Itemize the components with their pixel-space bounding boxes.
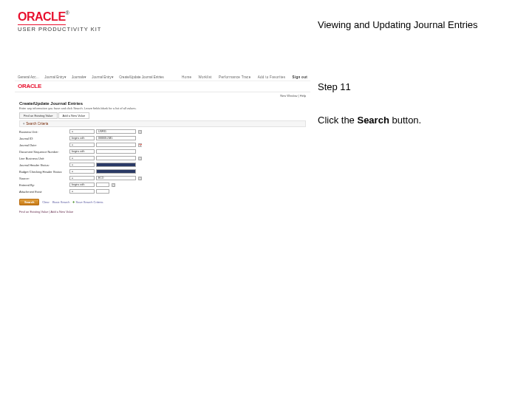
field-row: Budget Checking Header Status:= [19,168,306,174]
op-select[interactable]: = [69,189,95,194]
app-page-title: Create/Update Journal Entries [15,99,310,106]
tab-favorites[interactable]: Add to Favorites [258,75,286,79]
value-select[interactable] [96,163,136,167]
lookup-icon[interactable]: Q [138,157,142,160]
field-row: Journal Header Status:= [19,162,306,168]
value-input[interactable]: ECO [96,176,136,180]
op-select[interactable]: = [69,176,95,180]
op-select[interactable]: = [69,163,95,167]
lookup-icon[interactable]: Q [138,177,142,180]
op-select[interactable]: begins with [69,183,95,187]
util-tabs: Home Worklist Performance Trace Add to F… [176,75,307,79]
value-select[interactable] [96,169,136,174]
tab-find-existing[interactable]: Find an Existing Value [19,112,58,119]
basic-search-link[interactable]: Basic Search [52,200,70,204]
search-button[interactable]: Search [19,199,39,205]
mode-tabs: Find an Existing Value Add a New Value [19,112,306,119]
search-criteria-header[interactable]: Search Criteria [19,120,306,127]
crumb[interactable]: Journal Entry▾ [92,75,114,79]
field-row: Document Sequence Number:begins with [19,149,306,154]
action-bar: Search Clear Basic Search Save Search Cr… [19,199,306,205]
calendar-icon[interactable]: 📅 [138,143,142,147]
value-input[interactable]: 0000012345 [96,136,136,140]
instruction-suffix: button. [389,115,421,126]
value-input[interactable] [96,156,136,160]
tab-trace[interactable]: Performance Trace [219,75,250,79]
oracle-logo: ORACLE [18,10,66,25]
footer-links[interactable]: Find an Existing Value | Add a New Value [19,210,306,214]
lookup-icon[interactable]: Q [112,183,115,187]
oracle-mini-logo: ORACLE [18,83,41,89]
value-input[interactable] [96,149,136,154]
breadcrumb: General Acc… Journal Entry▾ Journals▾ Jo… [18,75,168,79]
brand-header: ORACLE® USER PRODUCTIVITY KIT [18,10,101,33]
field-row: Line Business Unit:=Q [19,155,306,161]
value-select[interactable] [96,189,109,194]
page-title: Viewing and Updating Journal Entries [318,19,478,30]
instruction-text: Click the Search button. [318,115,421,126]
crumb[interactable]: Journals▾ [72,75,86,79]
crumb[interactable]: Journal Entry▾ [44,75,66,79]
value-input[interactable] [96,183,109,187]
field-row: Journal Date:=📅 [19,142,306,148]
op-select[interactable]: begins with [69,136,95,140]
tab-add-new[interactable]: Add a New Value [58,112,90,119]
trademark: ® [66,10,69,16]
field-row: Business Unit:=USF01Q [19,129,306,134]
app-screenshot: General Acc… Journal Entry▾ Journals▾ Jo… [15,74,310,251]
op-select[interactable]: begins with [69,149,95,154]
app-util-links[interactable]: New Window | Help [15,92,310,99]
value-input[interactable]: USF01 [96,129,136,134]
step-label: Step 11 [318,81,351,92]
lookup-icon[interactable]: Q [138,130,142,134]
op-select[interactable]: = [69,169,95,174]
clear-link[interactable]: Clear [42,200,50,204]
op-select[interactable]: = [69,143,95,147]
tab-signout[interactable]: Sign out [293,75,307,79]
tab-home[interactable]: Home [182,75,191,79]
crumb[interactable]: General Acc… [18,75,39,79]
op-select[interactable]: = [69,156,95,160]
instruction-prefix: Click the [318,115,357,126]
search-form: Business Unit:=USF01Q Journal ID:begins … [19,129,306,194]
field-row: Entered By:begins withQ [19,182,306,188]
save-search-link[interactable]: Save Search Criteria [72,200,103,204]
app-topbar: General Acc… Journal Entry▾ Journals▾ Jo… [15,74,310,81]
field-row: Journal ID:begins with0000012345 [19,135,306,141]
value-input[interactable] [96,143,136,147]
instruction-bold: Search [357,115,389,126]
crumb[interactable]: Create/Update Journal Entries [119,75,164,79]
tab-worklist[interactable]: Worklist [199,75,212,79]
field-row: Attachment Exist:= [19,188,306,194]
app-page-sub: Enter any information you have and click… [15,106,310,112]
upk-subtitle: USER PRODUCTIVITY KIT [18,26,101,33]
op-select[interactable]: = [69,129,95,134]
field-row: Source:=ECOQ [19,175,306,181]
app-brandbar: ORACLE [15,81,310,92]
